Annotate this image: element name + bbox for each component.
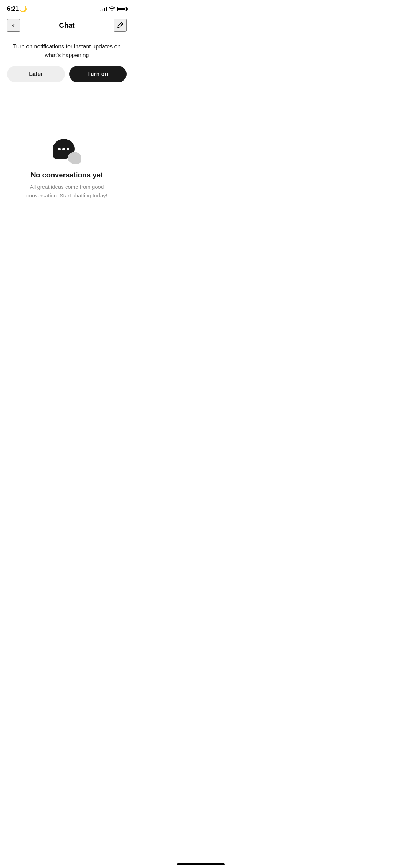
- empty-state: No conversations yet All great ideas com…: [0, 110, 134, 214]
- chat-dot-2: [62, 148, 65, 150]
- signal-icon: [100, 6, 107, 11]
- nav-bar: ‹ Chat: [0, 16, 134, 35]
- status-time: 6:21 🌙: [7, 6, 27, 12]
- chat-bubble-secondary: [68, 152, 81, 164]
- notification-buttons: Later Turn on: [7, 66, 127, 82]
- notification-text: Turn on notifications for instant update…: [7, 42, 127, 60]
- chat-dot-3: [67, 148, 69, 150]
- empty-subtitle: All great ideas come from good conversat…: [14, 183, 119, 200]
- moon-icon: 🌙: [20, 6, 27, 12]
- notification-banner: Turn on notifications for instant update…: [0, 35, 134, 89]
- wifi-icon: [109, 6, 115, 12]
- later-button[interactable]: Later: [7, 66, 65, 82]
- back-button[interactable]: ‹: [7, 19, 20, 32]
- empty-title: No conversations yet: [31, 171, 103, 179]
- chat-icon: [53, 139, 81, 164]
- battery-icon: [117, 7, 127, 11]
- time-label: 6:21: [7, 6, 19, 12]
- chat-dot-1: [58, 148, 61, 150]
- edit-button[interactable]: [114, 19, 127, 32]
- turn-on-button[interactable]: Turn on: [69, 66, 127, 82]
- status-icons: [100, 6, 127, 12]
- page-title: Chat: [59, 21, 74, 30]
- status-bar: 6:21 🌙: [0, 0, 134, 16]
